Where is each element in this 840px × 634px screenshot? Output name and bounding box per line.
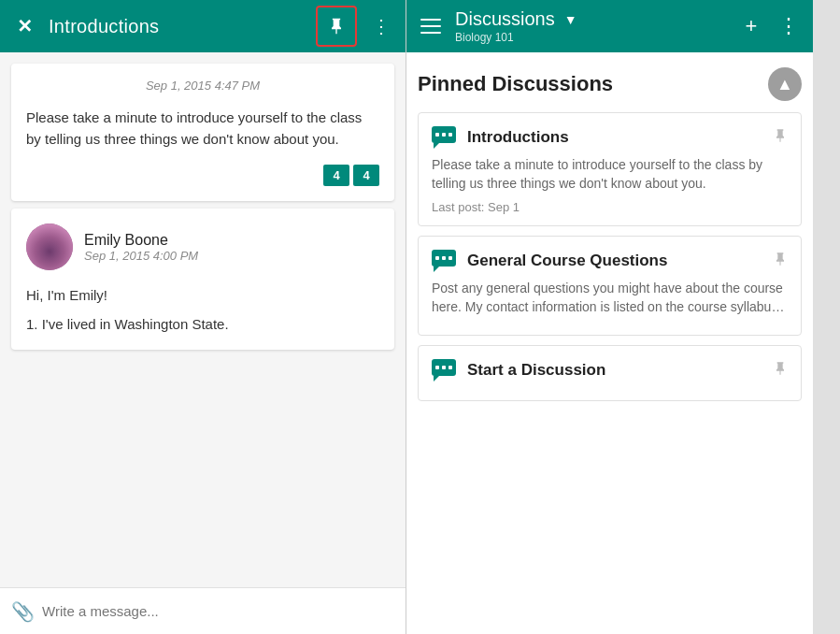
close-button[interactable]: ✕ [7,9,41,43]
attach-icon[interactable]: 📎 [11,600,35,623]
svg-marker-1 [434,143,439,149]
discussion-title-area-3: Start a Discussion [432,359,605,382]
hamburger-line-2 [420,25,441,27]
post-text: Please take a minute to introduce yourse… [26,108,379,150]
original-post-card: Sep 1, 2015 4:47 PM Please take a minute… [11,64,394,201]
pin-icon-3 [773,360,788,381]
post-timestamp: Sep 1, 2015 4:47 PM [26,79,379,93]
discussion-title-1: Introductions [467,128,569,147]
pin-icon-2 [773,251,788,271]
pin-svg-3 [773,360,788,377]
badges-container: 4 4 [26,165,379,186]
discussion-desc-1: Please take a minute to introduce yourse… [432,156,788,193]
pin-svg-2 [773,251,788,267]
discussion-title-area-2: General Course Questions [432,250,667,272]
discussion-card-introductions[interactable]: Introductions Please take a minute to in… [418,112,802,226]
page-title: Introductions [49,16,316,37]
title-column: Discussions ▼ Biology 101 [455,8,577,44]
left-content: Sep 1, 2015 4:47 PM Please take a minute… [0,52,406,587]
discussion-title-3: Start a Discussion [467,361,605,380]
left-header: ✕ Introductions ⋮ [0,0,406,52]
chat-bubble-icon-3 [432,359,458,382]
right-panel: Discussions ▼ Biology 101 + ⋮ Pinned Dis… [406,0,813,634]
badge-views: 4 [353,165,379,186]
discussions-title: Discussions [455,8,555,30]
reply-line-2: 1. I've lived in Washington State. [26,314,379,336]
pin-button-container [316,6,357,47]
course-subtitle: Biology 101 [455,31,577,44]
reply-meta: Emily Boone Sep 1, 2015 4:00 PM [84,232,198,263]
svg-rect-7 [435,256,439,260]
discussion-last-post-1: Last post: Sep 1 [432,200,788,214]
chat-svg-1 [432,126,458,149]
chat-svg-3 [432,359,458,382]
pinned-discussions-title: Pinned Discussions [418,72,613,96]
reply-line-1: Hi, I'm Emily! [26,285,379,307]
message-input[interactable] [42,603,394,619]
svg-marker-11 [434,376,439,382]
svg-rect-13 [442,366,446,369]
svg-rect-4 [448,133,452,137]
hamburger-line-3 [420,32,441,34]
avatar-image [26,223,73,270]
reply-body: Hi, I'm Emily! 1. I've lived in Washingt… [26,281,379,335]
svg-rect-12 [435,366,439,369]
svg-rect-9 [448,256,452,260]
avatar [26,223,73,270]
more-options-button[interactable]: ⋮ [364,9,398,43]
chat-svg-2 [432,250,458,272]
discussion-desc-2: Post any general questions you might hav… [432,280,788,316]
chat-bubble-icon-1 [432,126,458,149]
discussion-card-start[interactable]: Start a Discussion [418,345,802,401]
svg-rect-3 [442,133,446,137]
pin-icon [327,17,346,36]
pin-button[interactable] [320,9,353,43]
pin-svg-1 [773,127,788,144]
svg-rect-2 [435,133,439,137]
add-discussion-button[interactable]: + [734,9,768,43]
user-name: Emily Boone [84,232,198,249]
hamburger-button[interactable] [414,9,448,43]
discussion-card-general[interactable]: General Course Questions Post any genera… [418,236,802,336]
dropdown-arrow-icon[interactable]: ▼ [564,12,577,27]
discussion-card-header-3: Start a Discussion [432,359,788,382]
left-panel: ✕ Introductions ⋮ Sep 1, 2015 4:47 PM Pl… [0,0,406,634]
message-input-bar: 📎 [0,587,406,634]
scroll-up-button[interactable]: ▲ [768,67,802,101]
svg-rect-8 [442,256,446,260]
hamburger-line-1 [420,19,441,21]
badge-replies: 4 [323,165,349,186]
right-header: Discussions ▼ Biology 101 + ⋮ [406,0,813,52]
reply-header: Emily Boone Sep 1, 2015 4:00 PM [26,223,379,270]
right-content: Pinned Discussions ▲ [406,52,813,634]
discussion-card-header-1: Introductions [432,126,788,149]
discussion-title-2: General Course Questions [467,252,667,270]
svg-rect-14 [448,366,452,369]
discussion-card-header-2: General Course Questions [432,250,788,272]
reply-card[interactable]: Emily Boone Sep 1, 2015 4:00 PM Hi, I'm … [11,209,394,350]
header-title-area: Discussions ▼ Biology 101 [455,8,734,44]
pin-icon-1 [773,127,788,148]
pinned-header: Pinned Discussions ▲ [418,67,802,101]
chat-bubble-icon-2 [432,250,458,272]
discussion-title-area-1: Introductions [432,126,569,149]
more-options-right-button[interactable]: ⋮ [772,9,805,43]
reply-timestamp: Sep 1, 2015 4:00 PM [84,249,198,263]
header-actions: + ⋮ [734,9,805,43]
svg-marker-6 [434,267,439,272]
